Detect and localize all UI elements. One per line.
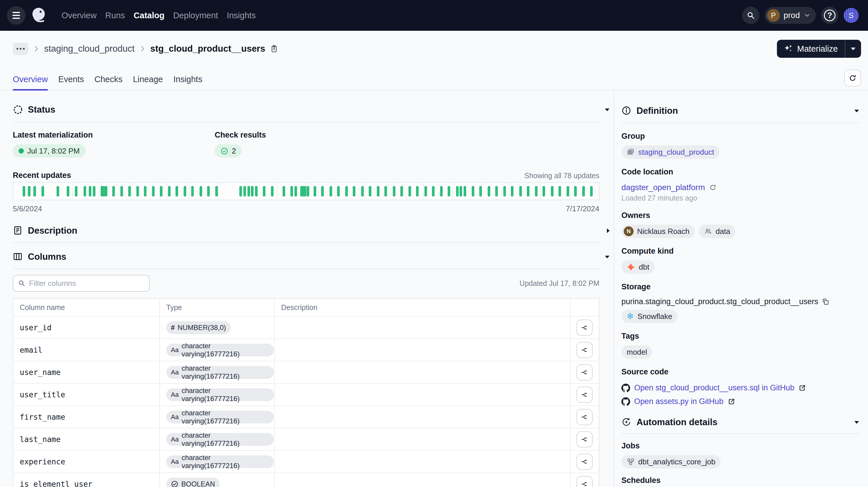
source-link-row[interactable]: Open stg_cloud_product__users.sql in Git…	[621, 384, 859, 392]
latest-materialization-pill[interactable]: Jul 17, 8:02 PM	[13, 144, 86, 158]
lineage-branch-icon	[581, 346, 588, 354]
breadcrumb-group-link[interactable]: staging_cloud_product	[44, 43, 134, 54]
recent-updates-timeline[interactable]	[13, 182, 599, 200]
source-link-row[interactable]: Open assets.py in GitHub	[621, 397, 859, 406]
column-type-pill: Aacharacter varying(16777216)	[166, 411, 274, 423]
chevron-down-icon	[804, 12, 811, 19]
materialize-dropdown-button[interactable]	[845, 40, 861, 58]
caret-down-icon	[854, 421, 859, 424]
table-header-row: Column name Type Description	[13, 298, 599, 316]
update-tick	[75, 186, 78, 196]
storage-platform: Snowflake	[638, 312, 672, 321]
copy-icon[interactable]	[822, 298, 830, 306]
automation-section-header: Automation details	[621, 417, 859, 427]
success-dot-icon	[19, 148, 24, 154]
column-lineage-button[interactable]	[577, 409, 593, 425]
lineage-branch-icon	[581, 436, 588, 443]
update-tick	[542, 186, 545, 196]
nav-item-catalog[interactable]: Catalog	[134, 11, 164, 20]
table-row: user_titleAacharacter varying(16777216)	[13, 384, 599, 406]
timeline-gridline	[453, 183, 453, 200]
materialize-button[interactable]: Materialize	[777, 40, 861, 58]
update-tick	[136, 186, 139, 196]
source-link[interactable]: Open stg_cloud_product__users.sql in Git…	[634, 384, 794, 392]
column-lineage-button[interactable]	[577, 454, 593, 470]
status-section-header: Status	[13, 104, 610, 115]
nav-item-deployment[interactable]: Deployment	[173, 11, 218, 20]
update-tick	[294, 186, 297, 196]
owner-pill[interactable]: data	[699, 225, 736, 238]
automation-icon	[621, 417, 632, 427]
user-avatar[interactable]: S	[844, 8, 859, 23]
column-type-pill: Aacharacter varying(16777216)	[166, 344, 274, 356]
status-collapse-button[interactable]	[604, 108, 610, 112]
update-tick	[191, 186, 194, 196]
asset-tabs: Overview Events Checks Lineage Insights	[0, 72, 868, 91]
caret-down-icon	[850, 47, 856, 51]
source-link[interactable]: Open assets.py in GitHub	[634, 397, 723, 406]
nav-item-runs[interactable]: Runs	[105, 11, 125, 20]
reload-icon[interactable]	[709, 184, 717, 191]
update-tick	[28, 186, 30, 196]
update-tick	[408, 186, 411, 196]
compute-kind-pill[interactable]: dbt	[621, 260, 654, 274]
latest-materialization-value: Jul 17, 8:02 PM	[27, 147, 80, 156]
search-button[interactable]	[742, 7, 760, 24]
filter-columns-field[interactable]	[13, 275, 150, 292]
tab-events[interactable]: Events	[58, 74, 84, 90]
column-lineage-button[interactable]	[577, 387, 593, 403]
type-header: Type	[160, 298, 274, 316]
storage-platform-pill[interactable]: ❄ Snowflake	[621, 310, 677, 323]
tab-checks[interactable]: Checks	[95, 74, 123, 90]
column-lineage-button[interactable]	[577, 431, 593, 448]
recent-updates-label: Recent updates	[13, 171, 71, 180]
code-location-link[interactable]: dagster_open_platform	[621, 183, 705, 192]
code-location-loaded: Loaded 27 minutes ago	[621, 194, 859, 202]
update-tick	[93, 186, 95, 196]
column-type-pill: #NUMBER(38,0)	[166, 321, 230, 334]
environment-switcher[interactable]: P prod	[765, 7, 816, 24]
latest-materialization-label: Latest materialization	[13, 131, 215, 140]
update-tick	[120, 186, 123, 196]
nav-item-insights[interactable]: Insights	[227, 11, 256, 20]
filter-columns-input[interactable]	[28, 279, 145, 288]
update-tick	[184, 186, 186, 196]
column-lineage-button[interactable]	[577, 319, 593, 336]
columns-collapse-button[interactable]	[604, 255, 610, 258]
refresh-icon	[848, 74, 857, 82]
job-pill[interactable]: dbt_analytics_core_job	[621, 455, 721, 468]
tab-insights[interactable]: Insights	[173, 74, 202, 90]
search-icon	[747, 11, 755, 20]
breadcrumb-overflow-button[interactable]	[13, 43, 28, 55]
column-type: character varying(16777216)	[182, 431, 269, 448]
dagster-logo[interactable]	[30, 6, 48, 24]
owner-pill[interactable]: N Nicklaus Roach	[621, 225, 695, 238]
help-button[interactable]: ?	[821, 7, 838, 24]
job-name: dbt_analytics_core_job	[638, 457, 715, 466]
definition-collapse-button[interactable]	[854, 109, 859, 113]
column-type: character varying(16777216)	[182, 409, 269, 425]
refresh-button[interactable]	[844, 70, 861, 87]
timeline-gridline	[423, 183, 424, 200]
definition-title: Definition	[637, 105, 678, 116]
menu-button[interactable]	[7, 6, 26, 25]
column-name: experience	[20, 457, 65, 466]
description-expand-button[interactable]	[606, 228, 610, 233]
column-lineage-button[interactable]	[577, 342, 593, 358]
update-tick	[574, 186, 577, 196]
tag-pill[interactable]: model	[621, 345, 652, 359]
update-tick	[456, 186, 459, 196]
automation-collapse-button[interactable]	[854, 421, 859, 424]
nav-item-overview[interactable]: Overview	[62, 11, 97, 20]
copy-asset-name-icon[interactable]	[270, 44, 279, 53]
tab-overview[interactable]: Overview	[13, 74, 48, 90]
update-tick	[176, 186, 178, 196]
table-row: emailAacharacter varying(16777216)	[13, 339, 599, 361]
check-results-pill[interactable]: 2	[215, 144, 242, 158]
group-pill[interactable]: staging_cloud_product	[621, 145, 719, 159]
lineage-branch-icon	[581, 391, 588, 398]
tab-lineage[interactable]: Lineage	[133, 74, 163, 90]
column-lineage-button[interactable]	[577, 476, 593, 487]
column-lineage-button[interactable]	[577, 364, 593, 381]
sparkle-icon	[784, 44, 793, 53]
